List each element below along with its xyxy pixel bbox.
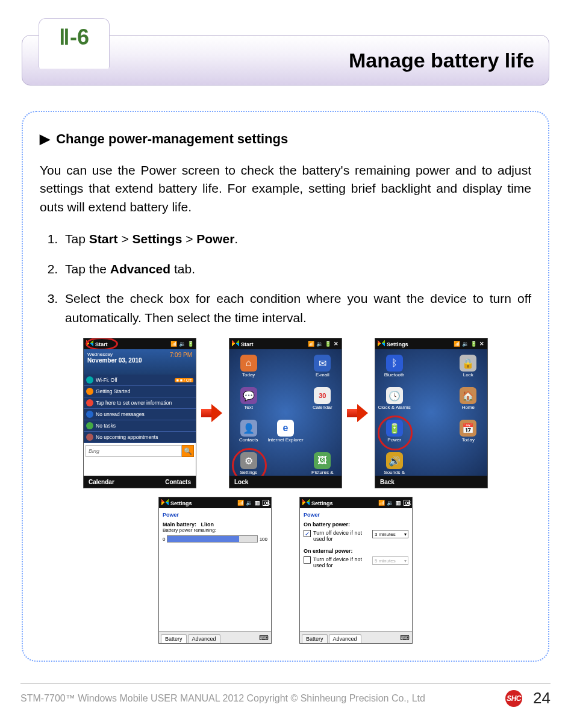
progress-track bbox=[167, 535, 257, 543]
softkey-left[interactable]: Back bbox=[380, 479, 395, 485]
step-bold: Start bbox=[89, 232, 118, 246]
list-item[interactable]: No tasks bbox=[84, 420, 196, 432]
check-label: Turn off device if not used for bbox=[313, 530, 370, 542]
page-header: Manage battery life Ⅱ-6 bbox=[22, 18, 549, 89]
settings-grid: ᛒBluetooth 🔒Lock 🕓Clock & Alarms 🏠Home 🔋… bbox=[375, 349, 487, 476]
section-heading-text: Change power-management settings bbox=[56, 131, 288, 146]
page-footer: STM-7700™ Windows Mobile USER MANUAL 201… bbox=[20, 683, 551, 708]
titlebar-label: Settings bbox=[170, 500, 192, 506]
tabs: Battery Advanced ⌨ bbox=[159, 631, 271, 643]
shc-logo: SHC bbox=[505, 690, 522, 707]
search-row: 🔍 bbox=[86, 445, 194, 457]
app-lock[interactable]: 🔒Lock bbox=[451, 353, 486, 384]
windows-icon bbox=[378, 340, 385, 346]
step-text: . bbox=[234, 232, 238, 246]
bar-min: 0 bbox=[163, 537, 165, 542]
screenshot-today: Start 📶🔉🔋 Wednesday November 03, 2010 7:… bbox=[83, 338, 196, 488]
list-item[interactable]: Tap here to set owner information bbox=[84, 397, 196, 409]
main-battery-type: LiIon bbox=[201, 521, 214, 527]
power-heading: Power bbox=[163, 512, 267, 518]
app-today[interactable]: ⌂Today bbox=[231, 353, 266, 384]
app-home[interactable]: 🏠Home bbox=[451, 385, 486, 417]
list-item[interactable]: Wi-Fi: Off■ ■ / Off bbox=[84, 375, 196, 386]
remaining-label: Battery power remaining: bbox=[163, 527, 267, 533]
step-text: Tap the bbox=[65, 262, 110, 276]
keyboard-icon[interactable]: ⌨ bbox=[259, 634, 269, 642]
app-ie[interactable]: eInternet Explorer bbox=[267, 418, 303, 449]
wm-titlebar: Settings 📶🔉▥OK bbox=[300, 497, 412, 508]
step-1: Tap Start > Settings > Power. bbox=[61, 229, 531, 249]
arrow-icon bbox=[347, 403, 370, 423]
checkbox[interactable] bbox=[304, 556, 311, 564]
app-power[interactable]: 🔋Power bbox=[376, 418, 412, 449]
chapter-tab: Ⅱ-6 bbox=[39, 18, 110, 67]
step-text: Tap bbox=[65, 232, 89, 246]
steps-list: Tap Start > Settings > Power. Tap the Ad… bbox=[40, 229, 531, 327]
dropdown-disabled: 5 minutes▾ bbox=[372, 556, 408, 565]
tab-battery[interactable]: Battery bbox=[302, 634, 328, 643]
step-bold: Power bbox=[196, 232, 234, 246]
wm-titlebar: Start 📶🔉🔋 bbox=[84, 338, 196, 349]
arrow-icon bbox=[201, 403, 224, 423]
titlebar-label: Settings bbox=[311, 500, 333, 506]
app-email[interactable]: ✉E-mail bbox=[305, 353, 340, 384]
step-bold: Advanced bbox=[110, 262, 170, 276]
on-external-label: On external power: bbox=[304, 548, 353, 554]
app-clock[interactable]: 🕓Clock & Alarms bbox=[376, 385, 412, 417]
dropdown[interactable]: 3 minutes▾ bbox=[372, 530, 408, 538]
wm-titlebar: Start 📶🔉🔋✕ bbox=[229, 338, 342, 349]
power-body: Power On battery power: Turn off device … bbox=[300, 508, 412, 643]
titlebar-label: Start bbox=[95, 341, 108, 347]
tabs: Battery Advanced ⌨ bbox=[300, 631, 412, 643]
softkey-right[interactable]: Contacts bbox=[165, 479, 191, 485]
section-heading: ▶ Change power-management settings bbox=[40, 131, 531, 147]
app-grid: ⌂Today ✉E-mail 💬Text 30Calendar 👤Contact… bbox=[229, 349, 342, 476]
screenshot-start-grid: Start 📶🔉🔋✕ ⌂Today ✉E-mail 💬Text 30Calend… bbox=[229, 338, 342, 488]
screenshot-row-2: Settings 📶🔉▥OK Power Main battery: LiIon… bbox=[40, 497, 531, 644]
screenshot-power-advanced: Settings 📶🔉▥OK Power On battery power: T… bbox=[299, 497, 413, 644]
tab-advanced[interactable]: Advanced bbox=[329, 634, 361, 643]
list-item[interactable]: No unread messages bbox=[84, 409, 196, 420]
checkbox[interactable] bbox=[304, 530, 311, 537]
time-label: 7:09 PM bbox=[170, 352, 192, 358]
main-battery-label: Main battery: bbox=[163, 521, 196, 527]
step-text: > bbox=[118, 232, 133, 246]
keyboard-icon[interactable]: ⌨ bbox=[400, 634, 410, 642]
list-item[interactable]: No upcoming appointments bbox=[84, 432, 196, 443]
content-box: ▶ Change power-management settings You c… bbox=[22, 111, 549, 662]
battery-timeout-row: Turn off device if not used for 3 minute… bbox=[304, 530, 408, 542]
today-clock: Wednesday November 03, 2010 7:09 PM bbox=[84, 349, 196, 375]
list-item[interactable]: Getting Started bbox=[84, 386, 196, 397]
page-number: 24 bbox=[533, 689, 551, 708]
step-bold: Settings bbox=[133, 232, 183, 246]
windows-icon bbox=[161, 499, 169, 505]
power-body: Power Main battery: LiIon Battery power … bbox=[159, 508, 271, 643]
battery-bar: 0 100 bbox=[163, 535, 267, 543]
app-calendar[interactable]: 30Calendar bbox=[305, 385, 340, 417]
step-text: tab. bbox=[170, 262, 195, 276]
wm-footerbar: Calendar Contacts bbox=[84, 476, 196, 488]
app-text[interactable]: 💬Text bbox=[231, 385, 266, 417]
external-timeout-row: Turn off device if not used for 5 minute… bbox=[304, 556, 408, 568]
windows-icon bbox=[232, 340, 239, 346]
check-label: Turn off device if not used for bbox=[313, 556, 370, 568]
wm-titlebar: Settings 📶🔉🔋✕ bbox=[375, 338, 487, 349]
footer-text: STM-7700™ Windows Mobile USER MANUAL 201… bbox=[20, 693, 501, 704]
app-contacts[interactable]: 👤Contacts bbox=[231, 418, 266, 449]
tab-advanced[interactable]: Advanced bbox=[188, 634, 220, 643]
search-input[interactable] bbox=[86, 445, 182, 457]
app-bluetooth[interactable]: ᛒBluetooth bbox=[376, 353, 412, 384]
tab-battery[interactable]: Battery bbox=[161, 634, 187, 643]
softkey-left[interactable]: Lock bbox=[234, 479, 248, 485]
chevron-down-icon: ▾ bbox=[404, 558, 407, 564]
app-today[interactable]: 📅Today bbox=[451, 418, 486, 449]
step-3: Select the check box for each condition … bbox=[61, 289, 531, 327]
screenshot-power-battery: Settings 📶🔉▥OK Power Main battery: LiIon… bbox=[158, 497, 272, 644]
softkey-left[interactable]: Calendar bbox=[89, 479, 114, 485]
search-icon[interactable]: 🔍 bbox=[182, 445, 194, 457]
step-2: Tap the Advanced tab. bbox=[61, 260, 531, 279]
intro-paragraph: You can use the Power screen to check th… bbox=[40, 161, 531, 216]
triangle-icon: ▶ bbox=[40, 131, 50, 147]
windows-icon bbox=[302, 499, 310, 505]
wm-footerbar: Lock bbox=[229, 476, 342, 488]
